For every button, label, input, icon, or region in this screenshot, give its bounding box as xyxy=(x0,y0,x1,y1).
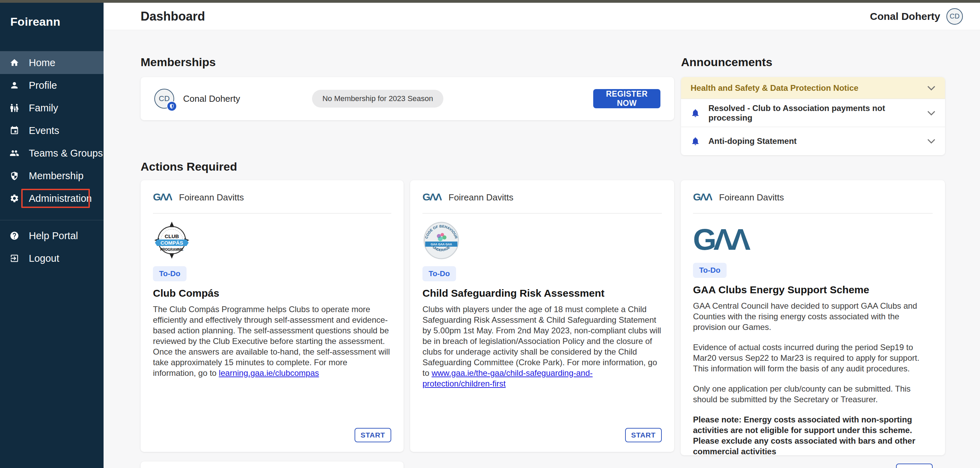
user-avatar[interactable]: CD xyxy=(947,8,963,25)
todo-badge: To-Do xyxy=(153,266,186,281)
club-name: Foireann Davitts xyxy=(449,192,513,203)
svg-text:GΛΛ: GΛΛ xyxy=(153,191,172,203)
page-title: Dashboard xyxy=(141,9,205,24)
bell-icon xyxy=(690,108,700,118)
card-body: The Club Compás Programme helps Clubs to… xyxy=(153,304,391,378)
sidebar: Foireann Home Profile Family xyxy=(0,3,103,468)
todo-badge: To-Do xyxy=(693,263,727,278)
sidebar-item-label: Events xyxy=(29,125,59,136)
top-header: Dashboard Conal Doherty CD xyxy=(103,3,980,30)
memberships-heading: Memberships xyxy=(141,56,674,69)
calendar-icon xyxy=(9,126,20,135)
announcement-item[interactable]: Health and Safety & Data Protection Noti… xyxy=(681,77,945,99)
card-title: Club Compás xyxy=(153,287,391,299)
card-body-paragraph: Evidence of actual costs incurred during… xyxy=(693,342,933,374)
card-body-link[interactable]: www.gaa.ie/the-gaa/child-safeguarding-an… xyxy=(422,368,592,388)
people-icon xyxy=(9,148,20,158)
chevron-down-icon[interactable] xyxy=(927,111,935,116)
bell-icon xyxy=(690,136,700,146)
todo-badge: To-Do xyxy=(422,266,456,281)
card-body-paragraph: Only one application per club/county can… xyxy=(693,383,933,405)
register-now-button[interactable]: REGISTER NOW xyxy=(593,89,660,108)
logout-icon xyxy=(9,254,20,263)
card-body-paragraph: GAA Central Council have decided to supp… xyxy=(693,300,933,332)
sidebar-item-logout[interactable]: Logout xyxy=(0,247,103,270)
sidebar-item-label: Family xyxy=(29,102,58,114)
gaa-logo-icon: GΛΛ xyxy=(422,190,442,204)
sidebar-item-label: Teams & Groups xyxy=(29,148,103,159)
family-icon xyxy=(9,103,20,113)
sidebar-item-help-portal[interactable]: Help Portal xyxy=(0,224,103,247)
svg-text:CLUB: CLUB xyxy=(165,233,179,239)
action-card-partial: GΛΛ Foireann Davitts xyxy=(141,462,404,468)
announcement-label: Anti-doping Statement xyxy=(708,136,797,146)
card-body-text: Clubs with players under the age of 18 m… xyxy=(422,305,661,378)
membership-status-pill: No Membership for 2023 Season xyxy=(312,90,443,108)
memberships-section: Memberships CD Conal Doherty No Membersh… xyxy=(141,56,674,155)
app-logo: Foireann xyxy=(0,3,103,51)
announcements-list: Health and Safety & Data Protection Noti… xyxy=(681,77,945,155)
sidebar-item-label: Home xyxy=(29,57,55,68)
help-icon xyxy=(9,231,20,241)
membership-card: CD Conal Doherty No Membership for 2023 … xyxy=(141,77,674,120)
announcements-heading: Announcements xyxy=(681,56,945,69)
announcement-label: Resolved - Club to Association payments … xyxy=(708,103,927,123)
start-button[interactable]: START xyxy=(355,428,391,442)
person-icon xyxy=(9,81,20,90)
card-body-link[interactable]: learning.gaa.ie/clubcompas xyxy=(219,368,319,378)
announcement-label: Health and Safety & Data Protection Noti… xyxy=(690,83,858,93)
gaa-logo-icon: GΛΛ xyxy=(153,190,172,204)
svg-text:GΛΛ GΛΛ GΛΛ: GΛΛ GΛΛ GΛΛ xyxy=(431,243,452,246)
start-button[interactable]: START xyxy=(896,463,933,468)
svg-text:GΛΛ: GΛΛ xyxy=(693,222,751,256)
sidebar-item-label: Membership xyxy=(29,170,84,182)
sidebar-item-membership[interactable]: Membership xyxy=(0,165,103,187)
chevron-down-icon[interactable] xyxy=(927,86,935,90)
card-body: GAA Central Council have decided to supp… xyxy=(693,300,933,457)
svg-text:PROGRAMME: PROGRAMME xyxy=(160,248,183,251)
club-compas-logo-icon: CLUB COMPÁS PROGRAMME xyxy=(153,222,391,259)
svg-text:GΛΛ: GΛΛ xyxy=(422,191,442,203)
sidebar-footer-nav: Help Portal Logout xyxy=(0,220,103,270)
card-body: Clubs with players under the age of 18 m… xyxy=(422,304,662,389)
svg-text:COMPÁS: COMPÁS xyxy=(161,240,183,246)
club-name: Foireann Davitts xyxy=(179,192,244,203)
gaa-logo-large-icon: GΛΛ xyxy=(693,222,933,256)
sidebar-nav: Home Profile Family Events xyxy=(0,51,103,210)
membership-shield-badge-icon xyxy=(167,101,177,111)
gear-icon xyxy=(9,194,20,203)
sidebar-item-label: Help Portal xyxy=(29,230,78,241)
sidebar-item-profile[interactable]: Profile xyxy=(0,74,103,97)
user-name: Conal Doherty xyxy=(870,11,940,22)
action-card-club-compas: GΛΛ Foireann Davitts xyxy=(141,180,404,452)
card-title: Child Safeguarding Risk Assessment xyxy=(422,287,662,299)
sidebar-item-home[interactable]: Home xyxy=(0,51,103,74)
start-button[interactable]: START xyxy=(625,428,662,442)
chevron-down-icon[interactable] xyxy=(927,139,935,144)
action-card-energy-support: GΛΛ Foireann Davitts GΛΛ To-Do GAA Clubs… xyxy=(681,180,945,455)
announcement-item[interactable]: Resolved - Club to Association payments … xyxy=(681,99,945,127)
sidebar-item-label: Profile xyxy=(29,80,57,91)
sidebar-item-teams-groups[interactable]: Teams & Groups xyxy=(0,142,103,165)
browser-top-strip xyxy=(0,0,980,3)
actions-required-heading: Actions Required xyxy=(141,160,945,173)
sidebar-item-events[interactable]: Events xyxy=(0,119,103,142)
sidebar-item-label: Logout xyxy=(29,253,59,264)
card-body-paragraph-note: Please note: Energy costs associated wit… xyxy=(693,414,933,457)
sidebar-item-family[interactable]: Family xyxy=(0,97,103,119)
member-avatar: CD xyxy=(154,89,174,109)
gaa-logo-icon: GΛΛ xyxy=(693,190,712,204)
club-name: Foireann Davitts xyxy=(719,192,784,203)
card-body-text: The Club Compás Programme helps Clubs to… xyxy=(153,305,390,378)
sidebar-item-administration[interactable]: Administration xyxy=(0,187,103,210)
shield-icon xyxy=(9,171,20,181)
announcements-section: Announcements Health and Safety & Data P… xyxy=(681,56,945,155)
action-card-child-safeguarding: GΛΛ Foireann Davitts xyxy=(410,180,674,452)
card-title: GAA Clubs Energy Support Scheme xyxy=(693,284,933,296)
announcement-item[interactable]: Anti-doping Statement xyxy=(681,127,945,155)
home-icon xyxy=(9,58,20,68)
actions-required-section: Actions Required GΛΛ Foireann Davitts xyxy=(141,155,945,468)
sidebar-item-label: Administration xyxy=(29,193,92,204)
code-of-behaviour-badge-icon: CODE OF BEHAVIOUR GΛΛ GΛΛ GΛΛ UNDERAGE xyxy=(422,222,662,259)
member-initials: CD xyxy=(159,94,170,103)
